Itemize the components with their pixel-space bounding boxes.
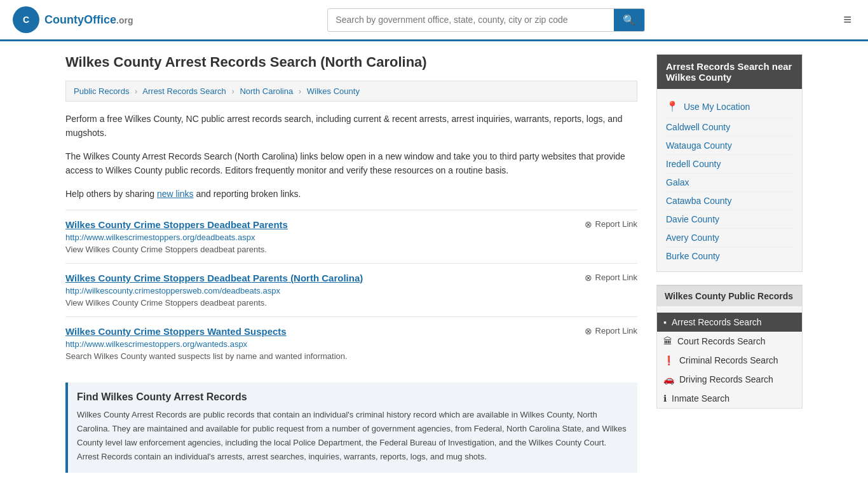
sidebar: Arrest Records Search near Wilkes County… — [656, 54, 803, 473]
new-links-link[interactable]: new links — [157, 189, 194, 199]
report-icon-2: ⊗ — [585, 273, 592, 283]
svg-text:C: C — [23, 15, 29, 25]
result-title-1[interactable]: Wilkes County Crime Stoppers Deadbeat Pa… — [65, 219, 288, 230]
page-title: Wilkes County Arrest Records Search (Nor… — [65, 54, 637, 71]
nearby-header: Arrest Records Search near Wilkes County — [657, 55, 802, 89]
nearby-section: Arrest Records Search near Wilkes County… — [656, 54, 803, 272]
result-desc-2: View Wilkes County Crime Stoppers deadbe… — [65, 298, 637, 308]
report-icon-1: ⊗ — [585, 219, 592, 229]
public-records-item-3[interactable]: 🚗 Driving Records Search — [657, 370, 802, 389]
site-header: C CountyOffice.org 🔍 ≡ — [0, 0, 868, 41]
find-section-title: Find Wilkes County Arrest Records — [77, 391, 628, 403]
nearby-county-1[interactable]: Watauga County — [666, 137, 793, 155]
find-section-text: Wilkes County Arrest Records are public … — [77, 408, 628, 464]
result-url-2[interactable]: http://wilkescounty.crimestoppersweb.com… — [65, 286, 637, 295]
breadcrumb-north-carolina[interactable]: North Carolina — [240, 86, 293, 96]
nearby-county-2[interactable]: Iredell County — [666, 155, 793, 173]
public-records-list: ▪ Arrest Records Search 🏛 Court Records … — [657, 313, 802, 408]
breadcrumb-public-records[interactable]: Public Records — [74, 86, 129, 96]
use-my-location[interactable]: 📍 Use My Location — [666, 95, 793, 118]
main-content: Wilkes County Arrest Records Search (Nor… — [65, 54, 637, 473]
report-link-2[interactable]: ⊗ Report Link — [585, 273, 637, 283]
result-url-3[interactable]: http://www.wilkescrimestoppers.org/wante… — [65, 339, 637, 349]
search-input[interactable] — [328, 10, 614, 30]
nearby-county-5[interactable]: Davie County — [666, 210, 793, 229]
nearby-county-4[interactable]: Catawba County — [666, 192, 793, 210]
description-1: Perform a free Wilkes County, NC public … — [65, 112, 637, 140]
inmate-search-icon: ℹ — [663, 393, 667, 403]
logo-text: CountyOffice.org — [44, 13, 133, 27]
result-desc-1: View Wilkes County Crime Stoppers deadbe… — [65, 245, 637, 254]
nearby-county-0[interactable]: Caldwell County — [666, 118, 793, 137]
criminal-records-icon: ❗ — [663, 355, 674, 365]
driving-records-icon: 🚗 — [663, 374, 674, 384]
report-link-1[interactable]: ⊗ Report Link — [585, 219, 637, 229]
search-bar: 🔍 — [327, 8, 645, 32]
nearby-county-7[interactable]: Burke County — [666, 247, 793, 265]
result-item: Wilkes County Crime Stoppers Deadbeat Pa… — [65, 263, 637, 316]
report-icon-3: ⊗ — [585, 326, 592, 336]
report-link-3[interactable]: ⊗ Report Link — [585, 326, 637, 336]
result-title-2[interactable]: Wilkes County Crime Stoppers Deadbeat Pa… — [65, 273, 363, 283]
description-3: Help others by sharing new links and rep… — [65, 187, 637, 201]
public-records-header: Wilkes County Public Records — [657, 285, 802, 306]
result-item: Wilkes County Crime Stoppers Wanted Susp… — [65, 316, 637, 370]
arrest-records-icon: ▪ — [663, 317, 667, 327]
find-section: Find Wilkes County Arrest Records Wilkes… — [65, 383, 637, 473]
public-records-item-1[interactable]: 🏛 Court Records Search — [657, 332, 802, 351]
result-title-3[interactable]: Wilkes County Crime Stoppers Wanted Susp… — [65, 326, 287, 337]
public-records-item-2[interactable]: ❗ Criminal Records Search — [657, 351, 802, 370]
logo[interactable]: C CountyOffice.org — [13, 6, 133, 33]
breadcrumb-arrest-records[interactable]: Arrest Records Search — [142, 86, 226, 96]
result-desc-3: Search Wilkes County wanted suspects lis… — [65, 351, 637, 361]
breadcrumb-wilkes-county[interactable]: Wilkes County — [307, 86, 360, 96]
logo-icon: C — [13, 6, 39, 33]
nearby-body: 📍 Use My Location Caldwell County Wataug… — [657, 89, 802, 271]
public-records-item-0[interactable]: ▪ Arrest Records Search — [657, 313, 802, 332]
result-item: Wilkes County Crime Stoppers Deadbeat Pa… — [65, 210, 637, 263]
nearby-county-3[interactable]: Galax — [666, 173, 793, 192]
result-url-1[interactable]: http://www.wilkescrimestoppers.org/deadb… — [65, 233, 637, 242]
description-2: The Wilkes County Arrest Records Search … — [65, 149, 637, 178]
public-records-item-4[interactable]: ℹ Inmate Search — [657, 389, 802, 408]
content-wrapper: Wilkes County Arrest Records Search (Nor… — [53, 41, 815, 485]
public-records-section: Wilkes County Public Records ▪ Arrest Re… — [656, 285, 803, 409]
location-icon: 📍 — [666, 100, 679, 112]
menu-icon[interactable]: ≡ — [839, 8, 855, 32]
court-records-icon: 🏛 — [663, 336, 672, 346]
search-icon: 🔍 — [623, 15, 635, 25]
nearby-county-6[interactable]: Avery County — [666, 229, 793, 247]
breadcrumb: Public Records › Arrest Records Search ›… — [65, 81, 637, 102]
search-button[interactable]: 🔍 — [614, 9, 644, 31]
